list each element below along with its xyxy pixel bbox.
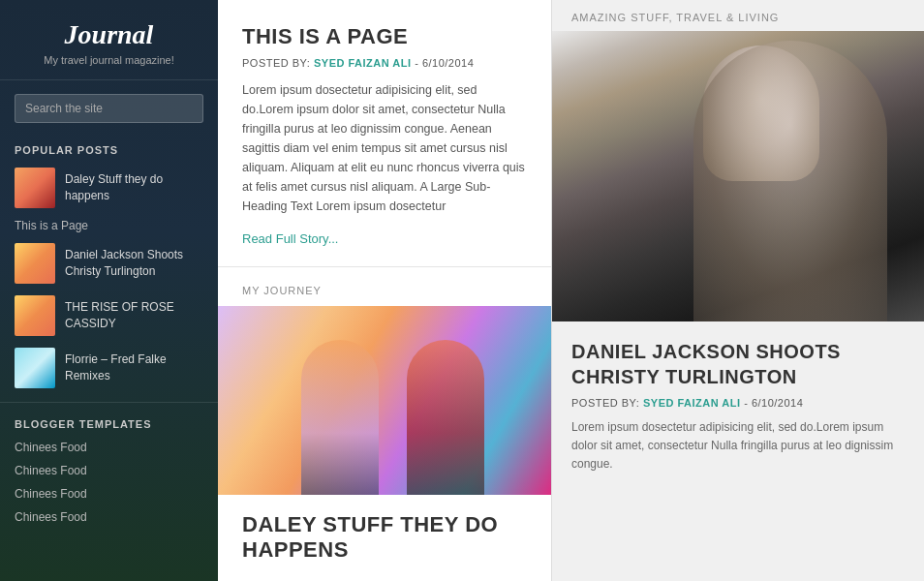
daley-title: DALEY STUFF THEY DO HAPPENS: [218, 495, 551, 567]
list-item[interactable]: THE RISE OF ROSE CASSIDY: [0, 290, 218, 342]
right-column: AMAZING STUFF, TRAVEL & LIVING DANIEL JA…: [552, 0, 924, 581]
site-title: Journal: [10, 19, 208, 50]
popular-posts-heading: POPULAR POSTS: [0, 137, 218, 162]
divider: [0, 402, 218, 403]
journey-image: [218, 306, 551, 495]
list-item[interactable]: Chinees Food: [0, 505, 218, 529]
search-container: [0, 80, 218, 137]
article-body: Lorem ipsum dosectetur adipisicing elit,…: [242, 80, 527, 216]
section-label: MY JOURNEY: [218, 267, 551, 306]
list-item[interactable]: Chinees Food: [0, 482, 218, 505]
sidebar-header: Journal My travel journal magazine!: [0, 0, 218, 80]
main-content: THIS IS A PAGE POSTED BY: SYED FAIZAN AL…: [218, 0, 924, 581]
post-title-text: Daley Stuff they do happens: [65, 171, 203, 204]
post-thumbnail: [15, 348, 55, 388]
article-meta: POSTED BY: SYED FAIZAN ALI - 6/10/2014: [242, 57, 527, 69]
list-item[interactable]: Daniel Jackson Shoots Christy Turlington: [0, 237, 218, 290]
meta-sep: -: [744, 397, 752, 409]
list-item[interactable]: Florrie – Fred Falke Remixes: [0, 342, 218, 394]
article-block: THIS IS A PAGE POSTED BY: SYED FAIZAN AL…: [218, 0, 551, 267]
article-title: THIS IS A PAGE: [242, 24, 527, 49]
post-thumbnail: [15, 243, 55, 284]
post-thumbnail: [15, 295, 55, 336]
post-title-text: Daniel Jackson Shoots Christy Turlington: [65, 247, 203, 280]
search-input[interactable]: [15, 94, 203, 123]
journey-image-bg: [218, 306, 551, 495]
right-article: DANIEL JACKSON SHOOTS CHRISTY TURLINGTON…: [552, 321, 924, 489]
sidebar: Journal My travel journal magazine! POPU…: [0, 0, 218, 581]
right-article-body: Lorem ipsum dosectetur adipisicing elit,…: [571, 418, 905, 474]
photo-bg: [552, 31, 924, 321]
post-thumbnail: [15, 168, 55, 208]
read-more-link[interactable]: Read Full Story...: [242, 231, 338, 246]
figure-left: [301, 340, 379, 495]
author-link[interactable]: SYED FAIZAN ALI: [314, 57, 412, 69]
meta-date: -: [415, 57, 422, 69]
list-item[interactable]: Daley Stuff they do happens: [0, 162, 218, 214]
site-subtitle: My travel journal magazine!: [10, 54, 208, 66]
meta-prefix: POSTED BY:: [571, 397, 639, 409]
list-item[interactable]: Chinees Food: [0, 436, 218, 459]
right-article-meta: POSTED BY: SYED FAIZAN ALI - 6/10/2014: [571, 397, 905, 409]
author-link[interactable]: SYED FAIZAN ALI: [643, 397, 741, 409]
category-label: AMAZING STUFF, TRAVEL & LIVING: [552, 0, 924, 31]
figure-right: [407, 340, 484, 495]
right-article-title: DANIEL JACKSON SHOOTS CHRISTY TURLINGTON: [571, 339, 905, 389]
article-date: 6/10/2014: [752, 397, 803, 409]
article-date: 6/10/2014: [422, 57, 474, 69]
woman-silhouette: [693, 41, 887, 321]
blogger-templates-heading: BLOGGER TEMPLATES: [0, 411, 218, 436]
post-title-text: Florrie – Fred Falke Remixes: [65, 352, 203, 384]
post-title-text: THE RISE OF ROSE CASSIDY: [65, 299, 203, 332]
list-item[interactable]: This is a Page: [0, 214, 218, 237]
meta-prefix: POSTED BY:: [242, 57, 310, 69]
featured-photo: [552, 31, 924, 321]
center-column: THIS IS A PAGE POSTED BY: SYED FAIZAN AL…: [218, 0, 552, 581]
journey-section: MY JOURNEY DALEY STUFF THEY DO HAPPENS: [218, 267, 551, 567]
list-item[interactable]: Chinees Food: [0, 459, 218, 482]
